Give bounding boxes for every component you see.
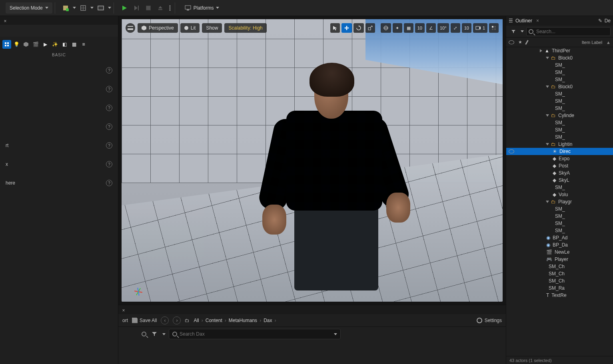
tree-folder[interactable]: 🗀Lightin <box>506 141 613 148</box>
eye-icon[interactable] <box>509 149 514 153</box>
info-icon[interactable]: ? <box>106 105 112 111</box>
tab-close-button[interactable]: × <box>536 18 539 24</box>
tree-item[interactable]: ◆Expo <box>506 155 613 162</box>
filter-lights-button[interactable]: 💡 <box>12 40 21 49</box>
translate-tool[interactable] <box>341 23 352 33</box>
play-step-button[interactable] <box>132 3 141 13</box>
tree-item[interactable]: ◉BP_Da <box>506 241 613 249</box>
select-tool[interactable] <box>330 23 340 33</box>
info-icon[interactable]: ? <box>106 142 112 149</box>
tree-item[interactable]: SM_ <box>506 69 613 76</box>
place-actor-row[interactable]: here? <box>0 174 118 193</box>
expand-icon[interactable] <box>546 143 549 145</box>
filter-basic-button[interactable] <box>2 40 11 49</box>
nav-forward-button[interactable]: › <box>173 316 181 324</box>
outliner-filter-button[interactable] <box>509 27 518 36</box>
camera-speed[interactable]: 1 <box>473 23 487 33</box>
scale-snap-value[interactable]: 10 <box>462 23 471 33</box>
place-actor-row[interactable]: ? <box>0 117 118 136</box>
surface-snap-toggle[interactable]: ✦ <box>393 23 402 33</box>
viewport-menu-button[interactable] <box>126 23 135 33</box>
content-search-input[interactable] <box>180 331 331 337</box>
perspective-dropdown[interactable]: Perspective <box>138 23 178 33</box>
breadcrumb-item[interactable]: Content <box>206 318 222 323</box>
nav-back-button[interactable]: ‹ <box>161 316 169 324</box>
chevron-down-icon[interactable] <box>521 30 524 32</box>
tree-item[interactable]: SM_ <box>506 184 613 191</box>
tree-item[interactable]: SM_ <box>506 227 613 234</box>
filter-button[interactable] <box>150 329 159 339</box>
pin-icon[interactable] <box>525 40 529 45</box>
cinematics-button[interactable] <box>96 3 106 13</box>
tree-item[interactable]: SM_ <box>506 126 613 133</box>
scalability-pill[interactable]: Scalability: High <box>224 23 266 33</box>
show-dropdown[interactable]: Show <box>202 23 222 33</box>
tree-folder[interactable]: 🗀Cylinde <box>506 112 613 119</box>
tree-item[interactable]: SM_Ra <box>506 284 613 292</box>
scale-tool[interactable] <box>365 23 375 33</box>
selection-mode-dropdown[interactable]: Selection Mode <box>6 2 52 14</box>
tree-item[interactable]: SM_ <box>506 205 613 213</box>
tree-item[interactable]: SM_ <box>506 90 613 97</box>
expand-icon[interactable] <box>546 86 549 88</box>
filter-fx-button[interactable]: ✨ <box>50 40 59 49</box>
content-search[interactable] <box>169 329 341 339</box>
tree-item[interactable]: SM_ <box>506 220 613 227</box>
play-options-button[interactable] <box>168 3 172 13</box>
info-icon[interactable]: ? <box>106 161 112 167</box>
import-label[interactable]: ort <box>122 318 128 323</box>
filter-cinematic-button[interactable]: 🎬 <box>31 40 40 49</box>
blueprint-button[interactable] <box>78 3 88 13</box>
tree-item[interactable]: ◆Post <box>506 162 613 169</box>
star-icon[interactable]: ★ <box>518 40 522 45</box>
eye-icon[interactable] <box>509 40 514 44</box>
tree-item[interactable]: ◉BP_Ad <box>506 234 613 241</box>
tree-item[interactable]: SM_Ch <box>506 270 613 277</box>
filter-volumes-button[interactable]: ▦ <box>70 40 78 49</box>
chevron-down-icon[interactable] <box>73 7 76 9</box>
panel-close-button[interactable]: × <box>120 307 127 314</box>
tree-item[interactable]: TTextRe <box>506 292 613 299</box>
chevron-down-icon[interactable] <box>108 7 111 9</box>
tree-item[interactable]: ◆SkyL <box>506 177 613 184</box>
breadcrumb-item[interactable]: MetaHumans <box>229 318 257 323</box>
expand-icon[interactable] <box>546 114 549 117</box>
grid-snap-toggle[interactable]: ▦ <box>404 23 413 33</box>
chevron-down-icon[interactable] <box>162 333 166 335</box>
breadcrumb-item[interactable]: All <box>194 318 199 323</box>
tree-item[interactable]: SM_ <box>506 119 613 126</box>
info-icon[interactable]: ? <box>106 67 112 74</box>
chevron-down-icon[interactable] <box>90 7 94 9</box>
tree-item[interactable]: SM_Ch <box>506 277 613 284</box>
expand-icon[interactable] <box>540 49 542 52</box>
scale-snap-toggle[interactable]: ⤢ <box>451 23 460 33</box>
tree-item[interactable]: SM_ <box>506 76 613 83</box>
place-actor-row[interactable]: rt? <box>0 136 118 155</box>
eject-button[interactable] <box>156 3 165 13</box>
tree-item[interactable]: 🎮Player <box>506 256 613 263</box>
tree-item[interactable]: SM_ <box>506 97 613 105</box>
tree-item[interactable]: ☀Direc <box>506 148 613 155</box>
play-button[interactable] <box>120 3 129 13</box>
info-icon[interactable]: ? <box>106 86 112 92</box>
outliner-tab[interactable]: Outliner <box>515 18 532 24</box>
breadcrumb-item[interactable]: Dax <box>264 318 272 323</box>
filter-shapes-button[interactable] <box>22 40 30 49</box>
platforms-dropdown[interactable]: Platforms <box>181 2 224 14</box>
tree-item[interactable]: 🎬NewLe <box>506 249 613 256</box>
tree-folder[interactable]: 🗀Playgr <box>506 198 613 205</box>
tree-item[interactable]: SM_ <box>506 105 613 112</box>
expand-icon[interactable] <box>546 201 549 203</box>
tree-item[interactable]: ▲ThirdPer <box>506 47 613 54</box>
tree-folder[interactable]: 🗀Block0 <box>506 83 613 90</box>
expand-icon[interactable] <box>546 57 549 59</box>
panel-close-button[interactable]: × <box>2 18 9 25</box>
angle-snap-value[interactable]: 10° <box>437 23 449 33</box>
coordinate-space-toggle[interactable] <box>381 23 391 33</box>
viewport[interactable]: Perspective Lit Show Scalability: High <box>122 19 503 302</box>
info-icon[interactable]: ? <box>106 180 112 186</box>
lit-dropdown[interactable]: Lit <box>180 23 200 33</box>
outliner-search-input[interactable] <box>526 27 611 36</box>
tree-folder[interactable]: 🗀Block0 <box>506 54 613 62</box>
column-label[interactable]: Item Label <box>582 40 602 45</box>
